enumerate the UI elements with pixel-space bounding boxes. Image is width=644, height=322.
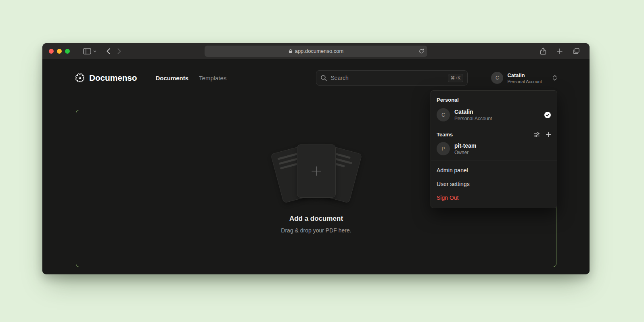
main-nav: Documents Templates	[155, 75, 226, 82]
documenso-logo-icon	[75, 73, 85, 83]
toolbar-right-icons	[536, 48, 583, 55]
account-menu-trigger[interactable]: C Catalin Personal Account	[491, 72, 557, 84]
add-team-icon[interactable]	[546, 132, 551, 138]
documenso-app: Documenso Documents Templates ⌘+K C	[42, 60, 590, 274]
zoom-window-button[interactable]	[65, 49, 70, 54]
account-type: Personal Account	[507, 79, 542, 84]
team-avatar: P	[437, 142, 450, 155]
document-cards-illustration	[274, 144, 359, 204]
account-name: Catalin	[454, 109, 492, 115]
minimize-window-button[interactable]	[57, 49, 62, 54]
selected-check-icon	[544, 111, 551, 119]
dropzone-subtitle: Drag & drop your PDF here.	[281, 227, 351, 234]
plus-icon	[310, 165, 322, 177]
lock-icon	[289, 49, 293, 54]
chevron-up-down-icon	[552, 75, 557, 81]
nav-documents[interactable]: Documents	[155, 75, 188, 82]
search-bar[interactable]: ⌘+K	[316, 70, 468, 86]
search-shortcut-badge: ⌘+K	[448, 74, 464, 82]
dropzone-title: Add a document	[289, 215, 343, 223]
team-name: pit-team	[454, 142, 476, 149]
refresh-icon[interactable]	[419, 48, 424, 54]
sidebar-toggle-icon[interactable]	[83, 48, 91, 54]
brand-name: Documenso	[89, 73, 137, 83]
desktop: app.documenso.com	[0, 0, 644, 322]
forward-button[interactable]	[117, 48, 121, 54]
traffic-lights	[49, 49, 70, 54]
browser-window: app.documenso.com	[42, 43, 590, 274]
teams-section-label: Teams	[437, 132, 453, 138]
nav-templates[interactable]: Templates	[199, 75, 226, 82]
document-card-add	[297, 144, 336, 198]
search-icon	[320, 75, 327, 81]
menu-item-user-settings[interactable]: User settings	[431, 177, 557, 191]
brand-logo[interactable]: Documenso	[75, 73, 137, 83]
team-role: Owner	[454, 150, 476, 155]
teams-section-header: Teams	[431, 130, 557, 139]
address-bar[interactable]: app.documenso.com	[205, 46, 427, 57]
back-button[interactable]	[107, 48, 110, 54]
account-name: Catalin	[507, 72, 542, 78]
close-window-button[interactable]	[49, 49, 54, 54]
new-tab-icon[interactable]	[557, 48, 562, 54]
avatar: C	[437, 108, 450, 121]
team-preferences-icon[interactable]	[533, 132, 540, 138]
share-icon[interactable]	[540, 48, 546, 55]
menu-item-admin-panel[interactable]: Admin panel	[431, 163, 557, 177]
divider	[431, 161, 557, 161]
account-dropdown-menu: Personal C Catalin Personal Account Team…	[431, 90, 557, 208]
menu-item-sign-out[interactable]: Sign Out	[431, 191, 557, 205]
personal-account-item[interactable]: C Catalin Personal Account	[431, 105, 557, 124]
personal-section-label: Personal	[431, 93, 557, 105]
address-text: app.documenso.com	[295, 48, 344, 54]
search-input[interactable]	[330, 75, 444, 81]
browser-toolbar: app.documenso.com	[42, 43, 590, 59]
tab-overview-icon[interactable]	[573, 48, 579, 54]
team-item[interactable]: P pit-team Owner	[431, 139, 557, 158]
avatar: C	[491, 72, 503, 84]
divider	[431, 127, 557, 127]
account-type: Personal Account	[454, 116, 492, 121]
sidebar-chevron-down-icon[interactable]	[93, 50, 96, 52]
